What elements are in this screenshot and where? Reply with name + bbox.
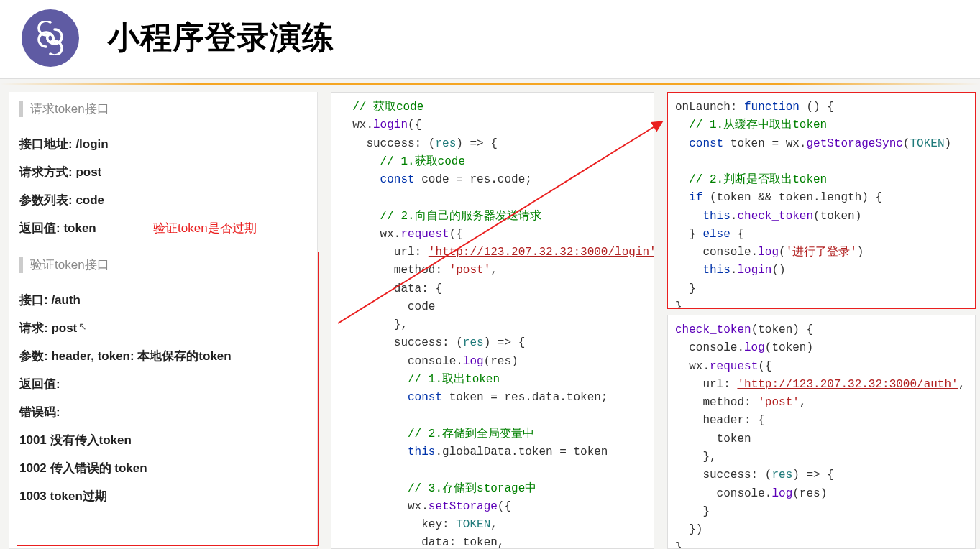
code-line: data: token, [339, 536, 504, 549]
divider [0, 83, 980, 85]
section-bar-icon [19, 257, 23, 273]
code-line: }, [339, 318, 408, 331]
code-line: success: ( [339, 336, 463, 349]
code-line: code [339, 300, 435, 313]
cursor-icon: ↖ [78, 320, 87, 332]
code-line: url: [675, 378, 737, 391]
code-line: wx. [339, 500, 429, 513]
spec-addr: 接口地址: /login [19, 136, 307, 152]
code-line [675, 191, 689, 204]
code-line: key: [339, 518, 456, 531]
slide-header: 小程序登录演练 [0, 0, 980, 79]
code-line: console. [339, 355, 463, 368]
code-line: }) [675, 523, 702, 536]
code-line: wx. [339, 228, 400, 241]
code-line [675, 210, 702, 223]
code-line: const [675, 137, 731, 150]
code-line: // 1.取出token [339, 373, 500, 386]
section1-header-text: 请求token接口 [30, 101, 109, 117]
slide-title: 小程序登录演练 [108, 17, 334, 59]
spec2-error: 错误码: [19, 404, 307, 420]
code-line: wx. [675, 360, 710, 373]
section2-header: 验证token接口 [9, 248, 317, 280]
code-line: } [675, 541, 682, 549]
wechat-miniprogram-logo-icon [22, 9, 79, 67]
section-bar-icon [19, 101, 23, 117]
code-line: onLaunch: [675, 101, 744, 114]
code-block-onlaunch: onLaunch: function () { // 1.从缓存中取出token… [667, 92, 976, 309]
code-line: console. [675, 341, 744, 354]
code-line: const [339, 173, 421, 186]
err-1001: 1001 没有传入token [19, 432, 307, 448]
right-column: onLaunch: function () { // 1.从缓存中取出token… [667, 92, 976, 549]
code-line: wx. [339, 119, 373, 132]
content-columns: 请求token接口 接口地址: /login 请求方式: post 参数列表: … [0, 89, 980, 549]
code-line [339, 446, 408, 458]
code-line: header: { [675, 414, 765, 427]
code-line: token [675, 433, 751, 446]
section2-header-text: 验证token接口 [30, 257, 109, 273]
code-line: console. [675, 246, 758, 259]
code-line: url: [339, 246, 429, 259]
code-line: } [675, 282, 696, 295]
code-line: // 1.获取code [339, 155, 465, 168]
spec-method: 请求方式: post [19, 164, 307, 180]
code-line: }, [675, 451, 717, 463]
err-1003: 1003 token过期 [19, 488, 307, 504]
section2-list: 接口: /auth 请求: post 参数: header, token: 本地… [9, 292, 317, 504]
code-line: // 1.从缓存中取出token [675, 119, 827, 132]
api-spec-panel: 请求token接口 接口地址: /login 请求方式: post 参数列表: … [9, 92, 318, 549]
code-line: } [675, 505, 710, 518]
code-line: // 2.存储到全局变量中 [339, 428, 534, 440]
section1-header: 请求token接口 [9, 92, 317, 124]
code-line: } [675, 228, 702, 241]
code-line: method: [339, 264, 449, 277]
spec2-addr: 接口: /auth [19, 292, 307, 308]
code-line: data: { [339, 282, 442, 295]
code-line: success: ( [339, 137, 435, 150]
code-block-middle: // 获取code wx.login({ success: (res) => {… [331, 92, 654, 549]
spec2-method: 请求: post [19, 320, 307, 336]
code-line: console. [675, 487, 771, 500]
code-line: // 3.存储到storage中 [339, 482, 536, 495]
code-line: // 2.向自己的服务器发送请求 [339, 210, 541, 223]
err-1002: 1002 传入错误的 token [19, 460, 307, 476]
code-line: // 获取code [339, 101, 423, 114]
code-line: success: ( [675, 469, 771, 481]
code-block-checktoken: check_token(token) { console.log(token) … [667, 315, 976, 549]
code-line [675, 264, 702, 277]
code-line: const [339, 391, 449, 404]
spec-params: 参数列表: code [19, 192, 307, 208]
annotation-note: 验证token是否过期 [153, 220, 257, 236]
code-line: }, [675, 300, 689, 309]
code-line: // 2.判断是否取出token [675, 173, 827, 186]
code-line: method: [675, 396, 758, 409]
spec2-return: 返回值: [19, 376, 307, 392]
spec2-params: 参数: header, token: 本地保存的token [19, 348, 307, 364]
